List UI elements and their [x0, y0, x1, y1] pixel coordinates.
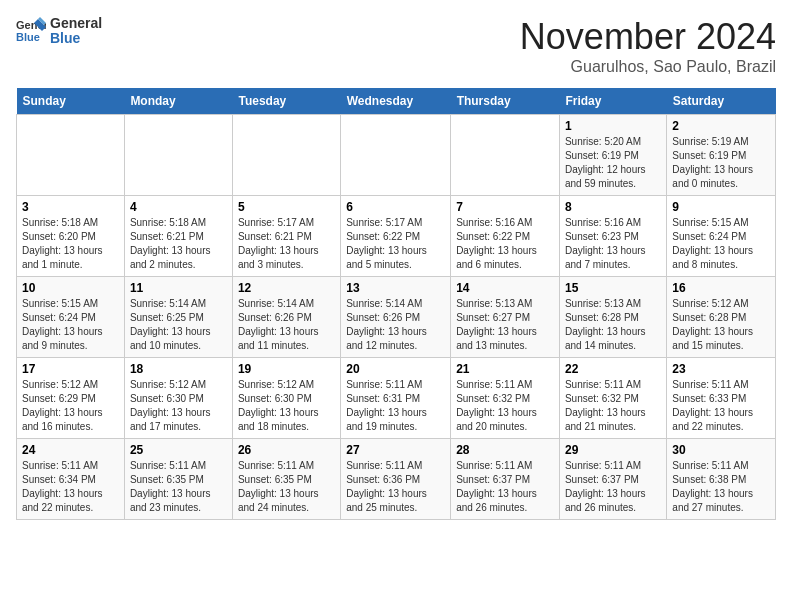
- header: General Blue General Blue November 2024 …: [16, 16, 776, 76]
- calendar-header-row: SundayMondayTuesdayWednesdayThursdayFrid…: [17, 88, 776, 115]
- day-number: 19: [238, 362, 335, 376]
- weekday-header-tuesday: Tuesday: [232, 88, 340, 115]
- day-info: Sunrise: 5:11 AM Sunset: 6:35 PM Dayligh…: [130, 459, 227, 515]
- calendar-cell: 4Sunrise: 5:18 AM Sunset: 6:21 PM Daylig…: [124, 196, 232, 277]
- day-number: 28: [456, 443, 554, 457]
- calendar-cell: 14Sunrise: 5:13 AM Sunset: 6:27 PM Dayli…: [451, 277, 560, 358]
- day-info: Sunrise: 5:11 AM Sunset: 6:37 PM Dayligh…: [565, 459, 661, 515]
- day-info: Sunrise: 5:18 AM Sunset: 6:21 PM Dayligh…: [130, 216, 227, 272]
- calendar-cell: 19Sunrise: 5:12 AM Sunset: 6:30 PM Dayli…: [232, 358, 340, 439]
- calendar-cell: 13Sunrise: 5:14 AM Sunset: 6:26 PM Dayli…: [341, 277, 451, 358]
- day-number: 2: [672, 119, 770, 133]
- day-number: 5: [238, 200, 335, 214]
- day-info: Sunrise: 5:13 AM Sunset: 6:27 PM Dayligh…: [456, 297, 554, 353]
- day-number: 8: [565, 200, 661, 214]
- calendar-cell: 29Sunrise: 5:11 AM Sunset: 6:37 PM Dayli…: [559, 439, 666, 520]
- calendar-cell: 10Sunrise: 5:15 AM Sunset: 6:24 PM Dayli…: [17, 277, 125, 358]
- calendar-cell: 12Sunrise: 5:14 AM Sunset: 6:26 PM Dayli…: [232, 277, 340, 358]
- calendar-week-row: 24Sunrise: 5:11 AM Sunset: 6:34 PM Dayli…: [17, 439, 776, 520]
- logo-text-blue: Blue: [50, 31, 102, 46]
- day-info: Sunrise: 5:17 AM Sunset: 6:21 PM Dayligh…: [238, 216, 335, 272]
- day-info: Sunrise: 5:11 AM Sunset: 6:33 PM Dayligh…: [672, 378, 770, 434]
- day-info: Sunrise: 5:13 AM Sunset: 6:28 PM Dayligh…: [565, 297, 661, 353]
- svg-text:Blue: Blue: [16, 31, 40, 43]
- weekday-header-wednesday: Wednesday: [341, 88, 451, 115]
- day-number: 13: [346, 281, 445, 295]
- calendar-cell: [451, 115, 560, 196]
- calendar-table: SundayMondayTuesdayWednesdayThursdayFrid…: [16, 88, 776, 520]
- title-area: November 2024 Guarulhos, Sao Paulo, Braz…: [520, 16, 776, 76]
- day-number: 18: [130, 362, 227, 376]
- calendar-cell: 21Sunrise: 5:11 AM Sunset: 6:32 PM Dayli…: [451, 358, 560, 439]
- day-number: 14: [456, 281, 554, 295]
- calendar-cell: 8Sunrise: 5:16 AM Sunset: 6:23 PM Daylig…: [559, 196, 666, 277]
- day-number: 16: [672, 281, 770, 295]
- day-info: Sunrise: 5:11 AM Sunset: 6:32 PM Dayligh…: [565, 378, 661, 434]
- day-info: Sunrise: 5:17 AM Sunset: 6:22 PM Dayligh…: [346, 216, 445, 272]
- logo: General Blue General Blue: [16, 16, 102, 47]
- weekday-header-sunday: Sunday: [17, 88, 125, 115]
- calendar-week-row: 17Sunrise: 5:12 AM Sunset: 6:29 PM Dayli…: [17, 358, 776, 439]
- calendar-cell: 11Sunrise: 5:14 AM Sunset: 6:25 PM Dayli…: [124, 277, 232, 358]
- calendar-cell: 28Sunrise: 5:11 AM Sunset: 6:37 PM Dayli…: [451, 439, 560, 520]
- day-info: Sunrise: 5:11 AM Sunset: 6:38 PM Dayligh…: [672, 459, 770, 515]
- day-info: Sunrise: 5:16 AM Sunset: 6:23 PM Dayligh…: [565, 216, 661, 272]
- day-number: 12: [238, 281, 335, 295]
- day-number: 26: [238, 443, 335, 457]
- weekday-header-friday: Friday: [559, 88, 666, 115]
- day-info: Sunrise: 5:16 AM Sunset: 6:22 PM Dayligh…: [456, 216, 554, 272]
- calendar-cell: 16Sunrise: 5:12 AM Sunset: 6:28 PM Dayli…: [667, 277, 776, 358]
- calendar-week-row: 1Sunrise: 5:20 AM Sunset: 6:19 PM Daylig…: [17, 115, 776, 196]
- logo-icon: General Blue: [16, 17, 46, 45]
- day-info: Sunrise: 5:12 AM Sunset: 6:28 PM Dayligh…: [672, 297, 770, 353]
- day-number: 10: [22, 281, 119, 295]
- calendar-cell: 9Sunrise: 5:15 AM Sunset: 6:24 PM Daylig…: [667, 196, 776, 277]
- day-info: Sunrise: 5:15 AM Sunset: 6:24 PM Dayligh…: [672, 216, 770, 272]
- calendar-cell: 25Sunrise: 5:11 AM Sunset: 6:35 PM Dayli…: [124, 439, 232, 520]
- calendar-week-row: 3Sunrise: 5:18 AM Sunset: 6:20 PM Daylig…: [17, 196, 776, 277]
- calendar-cell: 22Sunrise: 5:11 AM Sunset: 6:32 PM Dayli…: [559, 358, 666, 439]
- page-title: November 2024: [520, 16, 776, 58]
- day-number: 23: [672, 362, 770, 376]
- day-number: 7: [456, 200, 554, 214]
- day-number: 17: [22, 362, 119, 376]
- calendar-cell: 30Sunrise: 5:11 AM Sunset: 6:38 PM Dayli…: [667, 439, 776, 520]
- day-number: 6: [346, 200, 445, 214]
- day-info: Sunrise: 5:20 AM Sunset: 6:19 PM Dayligh…: [565, 135, 661, 191]
- weekday-header-thursday: Thursday: [451, 88, 560, 115]
- day-number: 3: [22, 200, 119, 214]
- weekday-header-saturday: Saturday: [667, 88, 776, 115]
- day-number: 24: [22, 443, 119, 457]
- day-number: 29: [565, 443, 661, 457]
- day-number: 30: [672, 443, 770, 457]
- day-info: Sunrise: 5:11 AM Sunset: 6:31 PM Dayligh…: [346, 378, 445, 434]
- calendar-cell: 26Sunrise: 5:11 AM Sunset: 6:35 PM Dayli…: [232, 439, 340, 520]
- day-info: Sunrise: 5:11 AM Sunset: 6:36 PM Dayligh…: [346, 459, 445, 515]
- calendar-cell: [232, 115, 340, 196]
- day-number: 22: [565, 362, 661, 376]
- day-number: 27: [346, 443, 445, 457]
- day-info: Sunrise: 5:11 AM Sunset: 6:35 PM Dayligh…: [238, 459, 335, 515]
- calendar-cell: 5Sunrise: 5:17 AM Sunset: 6:21 PM Daylig…: [232, 196, 340, 277]
- day-info: Sunrise: 5:19 AM Sunset: 6:19 PM Dayligh…: [672, 135, 770, 191]
- day-info: Sunrise: 5:11 AM Sunset: 6:37 PM Dayligh…: [456, 459, 554, 515]
- calendar-cell: 27Sunrise: 5:11 AM Sunset: 6:36 PM Dayli…: [341, 439, 451, 520]
- day-info: Sunrise: 5:11 AM Sunset: 6:34 PM Dayligh…: [22, 459, 119, 515]
- calendar-cell: 1Sunrise: 5:20 AM Sunset: 6:19 PM Daylig…: [559, 115, 666, 196]
- calendar-cell: 23Sunrise: 5:11 AM Sunset: 6:33 PM Dayli…: [667, 358, 776, 439]
- day-number: 21: [456, 362, 554, 376]
- calendar-cell: 7Sunrise: 5:16 AM Sunset: 6:22 PM Daylig…: [451, 196, 560, 277]
- day-number: 9: [672, 200, 770, 214]
- calendar-cell: [124, 115, 232, 196]
- day-number: 15: [565, 281, 661, 295]
- day-info: Sunrise: 5:15 AM Sunset: 6:24 PM Dayligh…: [22, 297, 119, 353]
- weekday-header-monday: Monday: [124, 88, 232, 115]
- day-number: 11: [130, 281, 227, 295]
- day-info: Sunrise: 5:12 AM Sunset: 6:30 PM Dayligh…: [238, 378, 335, 434]
- calendar-cell: 17Sunrise: 5:12 AM Sunset: 6:29 PM Dayli…: [17, 358, 125, 439]
- page-subtitle: Guarulhos, Sao Paulo, Brazil: [520, 58, 776, 76]
- day-number: 4: [130, 200, 227, 214]
- calendar-cell: 20Sunrise: 5:11 AM Sunset: 6:31 PM Dayli…: [341, 358, 451, 439]
- day-info: Sunrise: 5:12 AM Sunset: 6:29 PM Dayligh…: [22, 378, 119, 434]
- calendar-cell: 24Sunrise: 5:11 AM Sunset: 6:34 PM Dayli…: [17, 439, 125, 520]
